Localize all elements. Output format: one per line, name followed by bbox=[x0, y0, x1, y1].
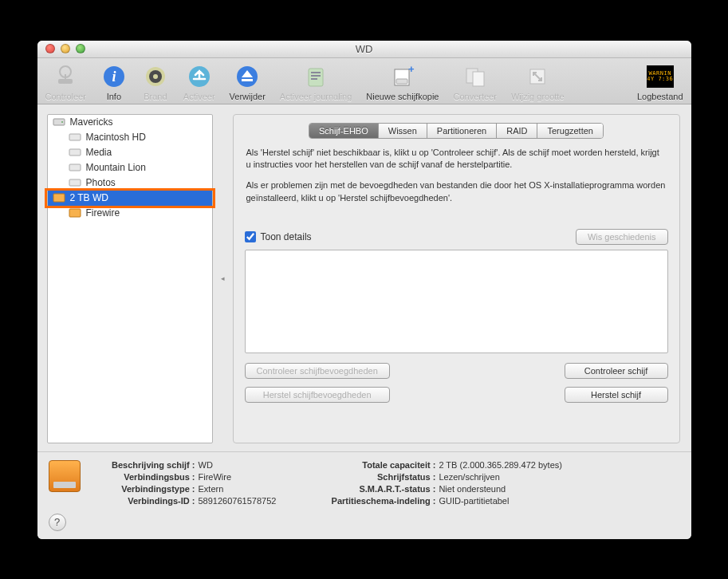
resize-icon bbox=[524, 63, 551, 90]
tab-raid[interactable]: RAID bbox=[497, 124, 537, 138]
sidebar-item-photos[interactable]: Photos bbox=[48, 175, 212, 191]
window-title: WD bbox=[37, 43, 691, 55]
svg-text:i: i bbox=[112, 69, 116, 85]
burn-icon bbox=[142, 63, 169, 90]
svg-rect-28 bbox=[69, 209, 81, 217]
sidebar-item-firewire[interactable]: Firewire bbox=[48, 206, 212, 221]
toolbar-mount[interactable]: Activeer bbox=[183, 63, 215, 101]
internal-disk-icon bbox=[53, 116, 65, 128]
sidebar-item-macintosh-hd[interactable]: Macintosh HD bbox=[48, 130, 212, 145]
volume-icon bbox=[69, 176, 81, 189]
eject-icon bbox=[234, 63, 261, 90]
svg-point-7 bbox=[153, 74, 158, 79]
meta-left-column: Beschrijving schijf :WD Verbindingsbus :… bbox=[93, 460, 277, 506]
tab-partition[interactable]: Partitioneren bbox=[427, 124, 497, 138]
mount-icon bbox=[186, 63, 213, 90]
sidebar-item-media[interactable]: Media bbox=[48, 145, 212, 160]
toolbar-convert[interactable]: Converteer bbox=[453, 63, 496, 101]
panel-tabs: Schijf-EHBO Wissen Partitioneren RAID Te… bbox=[245, 123, 668, 139]
disk-info-footer: Beschrijving schijf :WD Verbindingsbus :… bbox=[37, 451, 691, 514]
log-icon: WARNIN4Y 7:36 bbox=[647, 63, 674, 90]
svg-rect-11 bbox=[309, 69, 323, 86]
external-disk-large-icon bbox=[49, 460, 81, 492]
svg-rect-16 bbox=[396, 79, 407, 84]
disk-utility-window: WD Controleer i Info Brand Activeer bbox=[37, 41, 691, 539]
svg-rect-26 bbox=[69, 179, 81, 186]
clear-history-button[interactable]: Wis geschiedenis bbox=[576, 229, 668, 245]
journal-icon bbox=[302, 63, 329, 90]
toolbar-eject[interactable]: Verwijder bbox=[230, 63, 266, 101]
sidebar-item-mountain-lion[interactable]: Mountain Lion bbox=[48, 160, 212, 175]
external-disk-icon bbox=[53, 191, 65, 204]
toolbar: Controleer i Info Brand Activeer Verwijd… bbox=[37, 58, 691, 104]
toolbar-log[interactable]: WARNIN4Y 7:36 Logbestand bbox=[637, 63, 683, 101]
tab-erase[interactable]: Wissen bbox=[379, 124, 427, 138]
svg-rect-23 bbox=[69, 134, 81, 140]
svg-rect-14 bbox=[311, 78, 317, 80]
toolbar-burn[interactable]: Brand bbox=[142, 63, 169, 101]
toolbar-new-image[interactable]: + Nieuwe schijfkopie bbox=[366, 63, 439, 101]
toolbar-info[interactable]: i Info bbox=[100, 63, 128, 101]
convert-icon bbox=[462, 63, 489, 90]
svg-rect-13 bbox=[311, 75, 321, 77]
log-textarea[interactable] bbox=[245, 250, 668, 353]
toolbar-resize[interactable]: Wijzig grootte bbox=[511, 63, 565, 101]
disk-sidebar[interactable]: Mavericks Macintosh HD Media Mountain Li… bbox=[47, 114, 213, 443]
verify-disk-button[interactable]: Controleer schijf bbox=[565, 363, 668, 379]
svg-rect-12 bbox=[311, 72, 321, 73]
svg-rect-24 bbox=[69, 149, 81, 156]
svg-rect-27 bbox=[53, 194, 65, 202]
sidebar-item-mavericks[interactable]: Mavericks bbox=[48, 115, 212, 130]
show-details-checkbox[interactable]: Toon details bbox=[245, 231, 312, 242]
volume-icon bbox=[69, 146, 81, 159]
verify-icon bbox=[52, 63, 79, 90]
svg-rect-10 bbox=[242, 79, 253, 81]
help-button[interactable]: ? bbox=[49, 514, 66, 531]
meta-right-column: Totale capaciteit :2 TB (2.000.365.289.4… bbox=[308, 460, 562, 506]
svg-text:+: + bbox=[408, 65, 415, 75]
toolbar-journal[interactable]: Activeer journaling bbox=[280, 63, 352, 101]
volume-icon bbox=[69, 161, 81, 174]
titlebar[interactable]: WD bbox=[37, 41, 691, 58]
svg-rect-2 bbox=[65, 74, 66, 81]
show-details-input[interactable] bbox=[245, 231, 256, 242]
sidebar-item-2tb-wd[interactable]: 2 TB WD bbox=[48, 191, 212, 206]
toolbar-verify[interactable]: Controleer bbox=[45, 63, 86, 101]
tab-first-aid[interactable]: Schijf-EHBO bbox=[309, 124, 379, 138]
svg-rect-19 bbox=[473, 72, 484, 86]
repair-disk-button[interactable]: Herstel schijf bbox=[565, 387, 668, 403]
sidebar-splitter[interactable] bbox=[221, 114, 225, 443]
repair-permissions-button[interactable]: Herstel schijfbevoegdheden bbox=[245, 387, 390, 403]
volume-icon bbox=[69, 131, 81, 144]
verify-permissions-button[interactable]: Controleer schijfbevoegdheden bbox=[245, 363, 390, 379]
info-icon: i bbox=[100, 63, 128, 90]
tab-restore[interactable]: Terugzetten bbox=[537, 124, 602, 138]
svg-rect-25 bbox=[69, 164, 81, 171]
external-volume-icon bbox=[69, 207, 81, 219]
svg-point-22 bbox=[61, 121, 63, 123]
help-text: Als 'Herstel schijf' niet beschikbaar is… bbox=[245, 147, 668, 214]
new-image-icon: + bbox=[389, 63, 416, 90]
content-area: Mavericks Macintosh HD Media Mountain Li… bbox=[37, 104, 691, 451]
main-panel: Schijf-EHBO Wissen Partitioneren RAID Te… bbox=[233, 114, 680, 443]
